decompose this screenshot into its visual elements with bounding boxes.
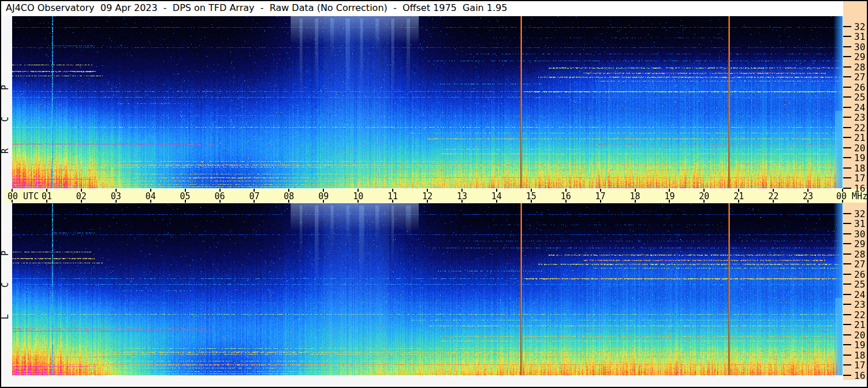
lcp-axis-label: LCP [0, 232, 12, 346]
utc-axis-left-label: 00 UTC [8, 191, 39, 202]
time-axis-band [5, 189, 867, 203]
lcp-spectrogram-canvas [12, 203, 843, 375]
page-title: AJ4CO Observatory 09 Apr 2023 - DPS on T… [6, 2, 507, 13]
rcp-spectrogram-canvas [12, 16, 843, 188]
mhz-axis-right-label: 00 MHz [836, 191, 867, 202]
spectrograph-page: AJ4CO Observatory 09 Apr 2023 - DPS on T… [0, 0, 868, 388]
rcp-axis-label: RCP [0, 66, 12, 180]
title-bar: AJ4CO Observatory 09 Apr 2023 - DPS on T… [1, 0, 843, 16]
